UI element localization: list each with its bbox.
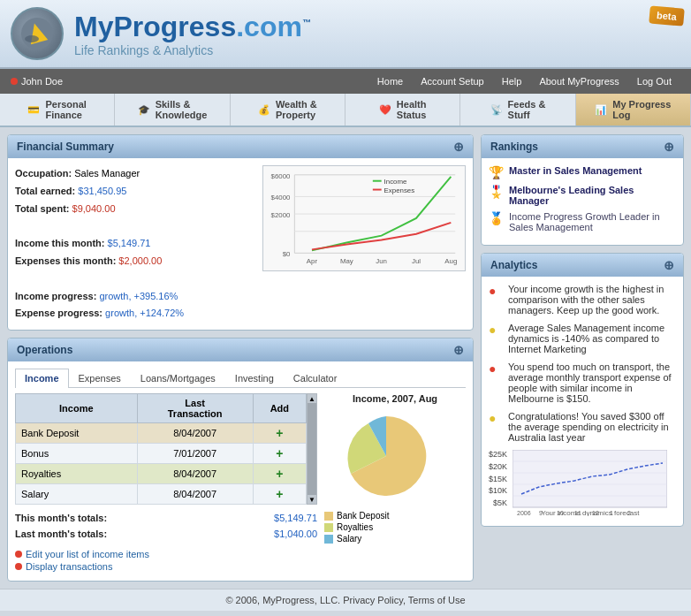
- rankings-title: Rankings: [490, 141, 538, 153]
- edit-income-link[interactable]: Edit your list of income items: [15, 549, 317, 559]
- analytics-title: Analytics: [490, 259, 537, 271]
- table-row: Bank Deposit 8/04/2007 +: [16, 423, 307, 444]
- svg-text:1: 1: [610, 510, 613, 516]
- tab-feeds-stuff[interactable]: 📡 Feeds &Stuff: [460, 94, 575, 125]
- ops-tab-income[interactable]: Income: [15, 369, 69, 388]
- ops-tab-loans[interactable]: Loans/Mortgages: [131, 369, 225, 387]
- svg-text:2: 2: [627, 510, 631, 516]
- tab-my-progress-log[interactable]: 📊 My ProgressLog: [576, 94, 691, 125]
- user-name: John Doe: [21, 76, 63, 87]
- app-title: MyProgress.com™ Life Rankings & Analytic…: [74, 11, 680, 57]
- financial-summary-panel: Financial Summary ⊕ Occupation: Sales Ma…: [7, 134, 474, 331]
- rankings-header: Rankings ⊕: [482, 135, 683, 158]
- last-month-label: Last month's totals:: [15, 529, 107, 539]
- income-name-salary: Salary: [16, 484, 138, 505]
- nav-logout[interactable]: Log Out: [628, 76, 680, 87]
- income-table: Income LastTransaction Add Bank Deposit …: [15, 393, 307, 505]
- ranking-item-3: 🏅 Income Progress Growth Leader in Sales…: [489, 211, 676, 232]
- red-dot-icon-2: ●: [489, 361, 503, 376]
- nav-home[interactable]: Home: [368, 76, 412, 87]
- ops-tab-expenses[interactable]: Expenses: [69, 369, 131, 387]
- svg-text:Apr: Apr: [307, 257, 318, 265]
- income-date-bank: 8/04/2007: [137, 423, 253, 444]
- red-dot-icon-1: ●: [489, 284, 503, 298]
- col-income: Income: [16, 394, 138, 423]
- ranking-1-text: Master in Sales Management: [509, 165, 642, 176]
- scroll-thumb[interactable]: [308, 403, 316, 495]
- analytics-item-3: ● You spend too much on transport, the a…: [489, 361, 676, 404]
- tab-wealth-property[interactable]: 💰 Wealth &Property: [231, 94, 346, 125]
- user-status-dot: [11, 78, 18, 85]
- svg-point-2: [25, 35, 39, 42]
- income-month-value: $5,149.71: [108, 238, 151, 248]
- analytics-text-4: Congratulations! You saved $300 off the …: [508, 411, 676, 443]
- add-salary[interactable]: +: [276, 487, 283, 501]
- tab-skills-knowledge[interactable]: 🎓 Skills &Knowledge: [115, 94, 230, 125]
- expenses-month-label: Expenses this month:: [15, 255, 116, 266]
- income-month-label: Income this month:: [15, 238, 104, 248]
- income-table-area: Income LastTransaction Add Bank Deposit …: [15, 393, 317, 574]
- operations-body: Income Expenses Loans/Mortgages Investin…: [8, 361, 473, 581]
- app-domain-text: .com: [236, 11, 302, 42]
- tab-personal-finance-label: PersonalFinance: [45, 99, 86, 120]
- add-bonus[interactable]: +: [276, 446, 283, 460]
- financial-summary-header: Financial Summary ⊕: [8, 135, 473, 158]
- app-header: MyProgress.com™ Life Rankings & Analytic…: [0, 0, 691, 69]
- right-panel: Rankings ⊕ 🏆 Master in Sales Management …: [481, 134, 684, 582]
- operations-expand[interactable]: ⊕: [453, 343, 464, 357]
- scroll-down-btn[interactable]: ▼: [308, 495, 316, 504]
- app-trademark: ™: [302, 18, 311, 27]
- legend-label-bank: Bank Deposit: [337, 511, 389, 521]
- skills-icon: 🎓: [138, 104, 150, 116]
- footer: © 2006, MyProgress, LLC. Privacy Policy,…: [0, 589, 691, 611]
- income-date-salary: 8/04/2007: [137, 484, 253, 505]
- legend-salary: Salary: [324, 534, 466, 544]
- legend-color-salary: [324, 535, 333, 544]
- table-row: Royalties 8/04/2007 +: [16, 464, 307, 484]
- analytics-header: Analytics ⊕: [482, 254, 683, 277]
- rankings-panel: Rankings ⊕ 🏆 Master in Sales Management …: [481, 134, 684, 246]
- add-royalties[interactable]: +: [276, 467, 283, 481]
- nav-account-setup[interactable]: Account Setup: [412, 76, 493, 87]
- wealth-icon: 💰: [258, 104, 270, 116]
- svg-text:$2000: $2000: [271, 211, 291, 219]
- table-row: Salary 8/04/2007 +: [16, 484, 307, 505]
- nav-about[interactable]: About MyProgress: [530, 76, 627, 87]
- analytics-text-2: Average Sales Management income dynamics…: [508, 323, 676, 354]
- tab-feeds-label: Feeds &Stuff: [508, 99, 546, 120]
- tab-progress-log-label: My ProgressLog: [612, 99, 671, 120]
- svg-rect-3: [264, 166, 464, 270]
- svg-text:$6000: $6000: [271, 172, 291, 180]
- ops-tab-investing[interactable]: Investing: [225, 369, 284, 387]
- analytics-expand[interactable]: ⊕: [664, 258, 674, 272]
- analytics-text-3: You spend too much on transport, the ave…: [508, 361, 676, 404]
- nav-help[interactable]: Help: [493, 76, 531, 87]
- table-scrollbar[interactable]: ▲ ▼: [307, 393, 317, 505]
- col-add: Add: [253, 394, 306, 423]
- total-spent-value: $9,040.00: [72, 203, 116, 214]
- tab-personal-finance[interactable]: 💳 PersonalFinance: [0, 94, 115, 125]
- nav-bar: John Doe Home Account Setup Help About M…: [0, 69, 691, 94]
- add-bank-deposit[interactable]: +: [276, 426, 283, 440]
- svg-text:Jun: Jun: [376, 257, 387, 265]
- financial-summary-expand[interactable]: ⊕: [453, 140, 464, 154]
- income-progress-label: Income progress:: [15, 291, 96, 301]
- legend-label-salary: Salary: [337, 534, 361, 544]
- tab-health-status[interactable]: ❤️ HealthStatus: [346, 94, 460, 125]
- nav-links: Home Account Setup Help About MyProgress…: [368, 76, 680, 87]
- ribbon-icon: 🎖️: [489, 185, 504, 199]
- income-date-royalties: 8/04/2007: [137, 464, 253, 484]
- display-transactions-link[interactable]: Display transactions: [15, 561, 317, 572]
- occupation-label: Occupation:: [15, 168, 72, 179]
- rankings-expand[interactable]: ⊕: [664, 140, 674, 154]
- tab-skills-label: Skills &Knowledge: [156, 99, 208, 120]
- svg-text:$0: $0: [283, 250, 291, 258]
- ops-tab-calculator[interactable]: Calculator: [284, 369, 347, 387]
- income-name-bonus: Bonus: [16, 444, 138, 464]
- svg-rect-19: [373, 180, 382, 182]
- svg-rect-21: [373, 189, 382, 191]
- forecast-section: $25K $20K $15K $10K $5K Your income dyna…: [489, 450, 676, 519]
- main-content: Financial Summary ⊕ Occupation: Sales Ma…: [0, 127, 691, 589]
- total-spent-label: Total spent:: [15, 203, 70, 214]
- scroll-up-btn[interactable]: ▲: [308, 394, 316, 403]
